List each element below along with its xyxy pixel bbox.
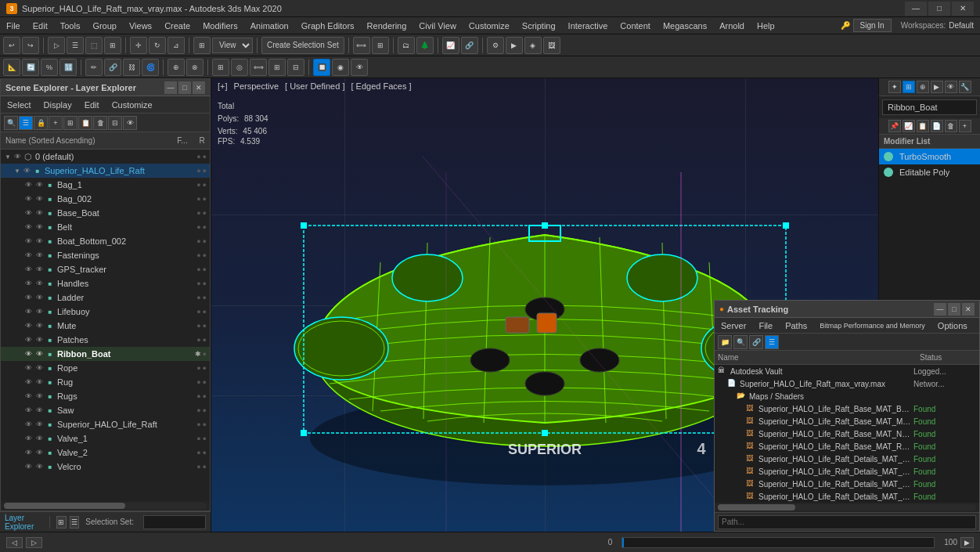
- bind-to-space-warp[interactable]: 🌀: [142, 59, 159, 76]
- se-tb-btn6[interactable]: 📋: [78, 116, 92, 130]
- ap-item-tex2[interactable]: 🖼 Superior_HALO_Life_Raft_Base_MAT_Metal…: [743, 415, 979, 428]
- angle-snap-button[interactable]: 🔄: [22, 59, 39, 76]
- rp-motion-btn[interactable]: ▶: [931, 81, 943, 93]
- edit-named-sets-button[interactable]: ✏: [85, 59, 103, 76]
- menu-modifiers[interactable]: Modifiers: [196, 17, 244, 34]
- select-by-name-button[interactable]: ☰: [67, 37, 84, 54]
- affect-pivot-only[interactable]: ⊗: [186, 59, 204, 76]
- snap-toggle-button[interactable]: 📐: [3, 59, 20, 76]
- se-item-valve1[interactable]: 👁 👁 ■ Valve_1 ● ●: [1, 431, 210, 446]
- ap-tb-btn1[interactable]: 📁: [718, 335, 732, 349]
- ap-tb-btn3[interactable]: 🔗: [749, 335, 763, 349]
- mirror-button[interactable]: ⟺: [353, 37, 370, 54]
- maximize-button[interactable]: □: [928, 2, 950, 16]
- se-item-valve2[interactable]: 👁 👁 ■ Valve_2 ● ●: [1, 446, 210, 460]
- menu-create[interactable]: Create: [158, 17, 196, 34]
- ap-menu-bitmap[interactable]: Bitmap Performance and Memory: [813, 320, 931, 331]
- selection-set-input[interactable]: [143, 515, 206, 529]
- edged-faces-button[interactable]: 🔲: [313, 59, 330, 76]
- se-tb-btn7[interactable]: 🗑: [93, 116, 107, 130]
- ap-menu-options[interactable]: Options: [931, 319, 974, 332]
- asset-tracking-list[interactable]: 🏛 Autodesk Vault Logged... 📄 Superior_HA…: [715, 365, 979, 503]
- se-item-lifebuoy[interactable]: 👁 👁 ■ Lifebuoy ● ●: [1, 305, 210, 319]
- menu-megascans[interactable]: Megascans: [657, 17, 713, 34]
- use-pivot-center[interactable]: ⊕: [168, 59, 185, 76]
- sign-in-button[interactable]: Sign In: [853, 19, 892, 32]
- rp-object-name-input[interactable]: Ribbon_Boat: [882, 99, 977, 115]
- vp-edged-faces-tag[interactable]: [ Edged Faces ]: [351, 81, 411, 91]
- menu-file[interactable]: File: [0, 17, 27, 34]
- ap-scrollbar[interactable]: [718, 504, 976, 511]
- se-menu-select[interactable]: Select: [1, 99, 38, 111]
- se-tb-btn9[interactable]: 👁: [123, 116, 137, 130]
- rp-modify-btn[interactable]: ⊞: [903, 81, 915, 93]
- play-button[interactable]: ▶: [960, 537, 974, 548]
- move-button[interactable]: ✛: [130, 37, 147, 54]
- isolate-select-button[interactable]: ◉: [332, 59, 349, 76]
- se-item-rope[interactable]: 👁 👁 ■ Rope ● ●: [1, 361, 210, 375]
- timeline-track[interactable]: [622, 537, 935, 548]
- menu-content[interactable]: Content: [614, 17, 657, 34]
- vp-user-defined-tag[interactable]: [ User Defined ]: [285, 81, 344, 91]
- menu-animation[interactable]: Animation: [244, 17, 295, 34]
- scene-explorer-button[interactable]: 🌲: [416, 37, 434, 54]
- ap-menu-file[interactable]: File: [752, 319, 779, 332]
- ap-item-max-file[interactable]: 📄 Superior_HALO_Life_Raft_max_vray.max N…: [724, 377, 979, 390]
- se-item-bag1[interactable]: 👁 👁 ■ Bag_1 ● ●: [1, 178, 210, 192]
- se-item-velcro[interactable]: 👁 👁 ■ Velcro ● ●: [1, 460, 210, 474]
- ap-tb-btn4[interactable]: ☰: [765, 335, 779, 349]
- se-scrollbar[interactable]: [4, 503, 207, 509]
- se-menu-customize[interactable]: Customize: [106, 99, 159, 111]
- menu-customize[interactable]: Customize: [463, 17, 516, 34]
- render-setup-button[interactable]: ⚙: [487, 37, 504, 54]
- quick-align[interactable]: ⊟: [287, 59, 304, 76]
- se-item-patches[interactable]: 👁 👁 ■ Patches ● ●: [1, 333, 210, 347]
- se-item-superior-raft[interactable]: ▼ 👁 ■ Superior_HALO_Life_Raft ● ●: [1, 164, 210, 178]
- se-item-rug[interactable]: 👁 👁 ■ Rug ● ●: [1, 375, 210, 389]
- menu-views[interactable]: Views: [123, 17, 158, 34]
- se-item-base-boat[interactable]: 👁 👁 ■ Base_Boat ● ●: [1, 206, 210, 220]
- layer-manager-button[interactable]: 🗂: [398, 37, 415, 54]
- se-tb-btn5[interactable]: ⊞: [63, 116, 77, 130]
- se-item-boat-bottom002[interactable]: 👁 👁 ■ Boat_Bottom_002 ● ●: [1, 234, 210, 248]
- se-item-belt[interactable]: 👁 👁 ■ Belt ● ●: [1, 220, 210, 234]
- percent-snap-button[interactable]: %: [41, 59, 58, 76]
- ap-close-button[interactable]: ✕: [962, 303, 975, 316]
- menu-arnold[interactable]: Arnold: [713, 17, 751, 34]
- mod-item-editablepoly[interactable]: Editable Poly: [879, 164, 980, 180]
- scene-explorer-list[interactable]: ▼ 👁 ⬡ 0 (default) ● ● ▼ 👁 ■ Superior_HAL…: [1, 150, 210, 501]
- menu-interactive[interactable]: Interactive: [562, 17, 614, 34]
- se-tb-btn2[interactable]: ☰: [19, 116, 33, 130]
- curve-editor-button[interactable]: 📈: [442, 37, 459, 54]
- coord-system-dropdown[interactable]: View: [212, 38, 253, 53]
- ap-item-vault[interactable]: 🏛 Autodesk Vault Logged...: [715, 365, 979, 377]
- render-frame-button[interactable]: 🖼: [543, 37, 560, 54]
- se-footer-btn1[interactable]: ⊞: [56, 516, 67, 529]
- status-bar-btn1[interactable]: ◁: [6, 537, 23, 548]
- select-object-button[interactable]: ▷: [48, 37, 65, 54]
- se-minimize-button[interactable]: —: [164, 81, 177, 94]
- ap-item-tex3[interactable]: 🖼 Superior_HALO_Life_Raft_Base_MAT_Norma…: [743, 428, 979, 440]
- status-bar-btn2[interactable]: ▷: [26, 537, 42, 548]
- ap-item-maps-folder[interactable]: 📂 Maps / Shaders: [733, 390, 979, 402]
- create-selection-set-button[interactable]: Create Selection Set: [261, 37, 344, 54]
- menu-rendering[interactable]: Rendering: [361, 17, 413, 34]
- se-menu-edit[interactable]: Edit: [78, 99, 106, 111]
- se-tb-btn8[interactable]: ⊟: [108, 116, 122, 130]
- ap-item-tex8[interactable]: 🖼 Superior_HALO_Life_Raft_Details_MAT_Ro…: [743, 490, 979, 503]
- schematic-button[interactable]: 🔗: [461, 37, 478, 54]
- menu-group[interactable]: Group: [86, 17, 123, 34]
- se-close-button[interactable]: ✕: [193, 81, 205, 94]
- align-button[interactable]: ⊞: [372, 37, 389, 54]
- ap-tb-btn2[interactable]: 🔍: [733, 335, 748, 349]
- reference-coord-button[interactable]: ⊞: [193, 37, 211, 54]
- close-button[interactable]: ✕: [952, 2, 974, 16]
- minimize-button[interactable]: —: [905, 2, 927, 16]
- rp-mod-add-btn[interactable]: +: [959, 120, 971, 132]
- se-footer-btn2[interactable]: ☰: [70, 516, 80, 529]
- ap-path-input[interactable]: [718, 515, 976, 529]
- material-editor-button[interactable]: ◈: [524, 37, 542, 54]
- menu-help[interactable]: Help: [751, 17, 781, 34]
- vp-plus-tag[interactable]: [+]: [218, 81, 228, 91]
- spinner-snap-button[interactable]: 🔢: [59, 59, 77, 76]
